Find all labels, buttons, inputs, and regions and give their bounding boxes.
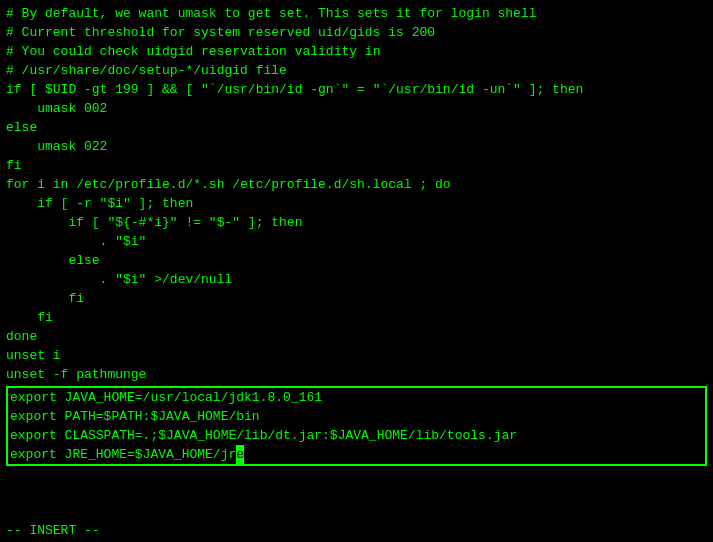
line-21: unset i — [6, 346, 707, 365]
export-line-3: export CLASSPATH=.;$JAVA_HOME/lib/dt.jar… — [8, 426, 705, 445]
line-12: if [ -r "$i" ]; then — [6, 194, 707, 213]
line-2: # Current threshold for system reserved … — [6, 23, 707, 42]
line-6: umask 002 — [6, 99, 707, 118]
line-9: fi — [6, 156, 707, 175]
line-14: . "$i" — [6, 232, 707, 251]
line-8: umask 022 — [6, 137, 707, 156]
highlighted-export-block: export JAVA_HOME=/usr/local/jdk1.8.0_161… — [6, 386, 707, 466]
line-18: fi — [6, 308, 707, 327]
line-22: unset -f pathmunge — [6, 365, 707, 384]
text-cursor: e — [236, 445, 244, 464]
line-5: if [ $UID -gt 199 ] && [ "`/usr/bin/id -… — [6, 80, 707, 99]
line-7: else — [6, 118, 707, 137]
line-16: . "$i" >/dev/null — [6, 270, 707, 289]
line-11: for i in /etc/profile.d/*.sh /etc/profil… — [6, 175, 707, 194]
line-13: if [ "${-#*i}" != "$-" ]; then — [6, 213, 707, 232]
export-line-4: export JRE_HOME=$JAVA_HOME/jre — [8, 445, 705, 464]
line-4: # /usr/share/doc/setup-*/uidgid file — [6, 61, 707, 80]
status-bar: -- INSERT -- — [6, 523, 100, 538]
code-block: # By default, we want umask to get set. … — [6, 4, 707, 384]
line-19: done — [6, 327, 707, 346]
terminal: # By default, we want umask to get set. … — [0, 0, 713, 542]
line-15: else — [6, 251, 707, 270]
line-1: # By default, we want umask to get set. … — [6, 4, 707, 23]
export-line-2: export PATH=$PATH:$JAVA_HOME/bin — [8, 407, 705, 426]
line-3: # You could check uidgid reservation val… — [6, 42, 707, 61]
line-17: fi — [6, 289, 707, 308]
export-line-1: export JAVA_HOME=/usr/local/jdk1.8.0_161 — [8, 388, 705, 407]
